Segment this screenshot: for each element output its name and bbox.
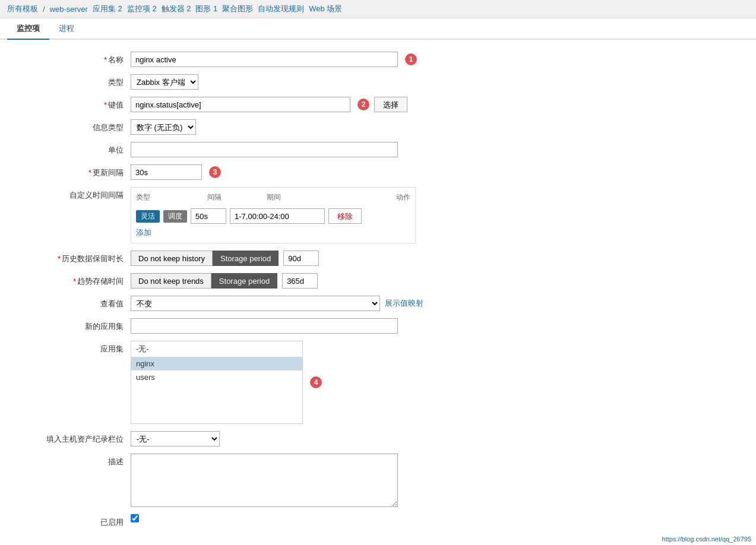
description-field bbox=[131, 454, 732, 507]
add-interval-button[interactable]: 添加 bbox=[136, 227, 151, 238]
key-row: *键值 2 选择 bbox=[24, 97, 732, 112]
description-label: 描述 bbox=[24, 454, 131, 467]
enabled-label: 已启用 bbox=[24, 514, 131, 528]
update-interval-label: *更新间隔 bbox=[24, 164, 131, 178]
new-app-label: 新的应用集 bbox=[24, 318, 131, 332]
unit-row: 单位 bbox=[24, 142, 732, 157]
host-inventory-field: -无- bbox=[131, 431, 732, 446]
info-type-row: 信息类型 数字 (无正负) bbox=[24, 119, 732, 135]
host-inventory-label: 填入主机资产纪录栏位 bbox=[24, 431, 131, 445]
key-label: *键值 bbox=[24, 97, 131, 110]
description-row: 描述 bbox=[24, 454, 732, 507]
trend-no-keep-button[interactable]: Do not keep trends bbox=[131, 273, 211, 289]
unit-input[interactable] bbox=[131, 142, 398, 157]
app-list[interactable]: -无- nginx users bbox=[131, 341, 303, 424]
breadcrumb-aggregate[interactable]: 聚合图形 bbox=[222, 4, 253, 14]
key-select-button[interactable]: 选择 bbox=[374, 97, 407, 112]
breadcrumb-web-scene[interactable]: Web 场景 bbox=[309, 4, 342, 14]
unit-label: 单位 bbox=[24, 142, 131, 156]
breadcrumb-graph[interactable]: 图形 1 bbox=[195, 4, 217, 14]
app-set-row: 应用集 -无- nginx users 4 bbox=[24, 341, 732, 424]
enabled-field bbox=[131, 514, 732, 522]
unit-field bbox=[131, 142, 732, 157]
info-type-field: 数字 (无正负) bbox=[131, 119, 732, 135]
breadcrumb-discovery[interactable]: 自动发现规则 bbox=[258, 4, 304, 14]
tab-bar: 监控项 进程 bbox=[0, 18, 756, 40]
update-interval-field: 3 bbox=[131, 164, 732, 180]
breadcrumb-app-set[interactable]: 应用集 2 bbox=[93, 4, 122, 14]
lookup-mapping-link[interactable]: 展示值映射 bbox=[385, 298, 423, 309]
interval-value-input[interactable] bbox=[191, 208, 226, 224]
host-inventory-row: 填入主机资产纪录栏位 -无- bbox=[24, 431, 732, 446]
trend-field: Do not keep trends Storage period bbox=[131, 273, 732, 289]
custom-interval-field: 类型 间隔 期间 动作 灵活 调度 移除 添加 bbox=[131, 187, 732, 243]
enabled-checkbox[interactable] bbox=[131, 514, 139, 522]
breadcrumb-web-server[interactable]: web-server bbox=[50, 5, 88, 14]
history-field: Do not keep history Storage period bbox=[131, 251, 732, 266]
new-app-input[interactable] bbox=[131, 318, 398, 334]
interval-row: 灵活 调度 移除 bbox=[136, 208, 410, 224]
history-no-keep-button[interactable]: Do not keep history bbox=[131, 251, 213, 266]
custom-interval-label: 自定义时间间隔 bbox=[24, 187, 131, 201]
trend-value-input[interactable] bbox=[282, 273, 318, 289]
history-toggle-group: Do not keep history Storage period bbox=[131, 251, 279, 266]
lookup-field: 不变 展示值映射 bbox=[131, 296, 732, 311]
app-set-label: 应用集 bbox=[24, 341, 131, 354]
step-badge-1: 1 bbox=[405, 53, 417, 65]
type-field: Zabbix 客户端 bbox=[131, 74, 732, 90]
form-container: *名称 1 类型 Zabbix 客户端 *键值 2 选择 信息类型 数字 bbox=[0, 40, 756, 545]
footer: https://blog.csdn.net/qq_26795 bbox=[657, 533, 756, 545]
step-badge-2: 2 bbox=[358, 99, 369, 110]
tab-monitor[interactable]: 监控项 bbox=[7, 18, 49, 40]
badge-flexible: 灵活 bbox=[136, 210, 160, 223]
lookup-label: 查看值 bbox=[24, 296, 131, 309]
app-list-item-none[interactable]: -无- bbox=[131, 341, 302, 357]
history-row: *历史数据保留时长 Do not keep history Storage pe… bbox=[24, 251, 732, 266]
new-app-field bbox=[131, 318, 732, 334]
trend-storage-period-button[interactable]: Storage period bbox=[211, 273, 277, 289]
app-list-item-nginx[interactable]: nginx bbox=[131, 357, 302, 370]
host-inventory-select[interactable]: -无- bbox=[131, 431, 220, 446]
add-interval-row: 添加 bbox=[136, 227, 410, 238]
info-type-label: 信息类型 bbox=[24, 119, 131, 133]
interval-header: 类型 间隔 期间 动作 bbox=[136, 192, 410, 205]
custom-interval-container: 类型 间隔 期间 动作 灵活 调度 移除 添加 bbox=[131, 187, 416, 243]
name-field: 1 bbox=[131, 52, 732, 67]
step-badge-3: 3 bbox=[209, 166, 221, 178]
breadcrumb-trigger[interactable]: 触发器 2 bbox=[162, 4, 191, 14]
interval-col-interval: 间隔 bbox=[207, 192, 267, 202]
history-storage-period-button[interactable]: Storage period bbox=[213, 251, 279, 266]
type-label: 类型 bbox=[24, 74, 131, 88]
breadcrumb-all-templates[interactable]: 所有模板 bbox=[7, 4, 38, 14]
name-row: *名称 1 bbox=[24, 52, 732, 67]
tab-process[interactable]: 进程 bbox=[49, 18, 84, 40]
type-select[interactable]: Zabbix 客户端 bbox=[131, 74, 198, 90]
type-row: 类型 Zabbix 客户端 bbox=[24, 74, 732, 90]
update-interval-row: *更新间隔 3 bbox=[24, 164, 732, 180]
interval-col-action: 动作 bbox=[374, 192, 410, 202]
app-set-field: -无- nginx users 4 bbox=[131, 341, 732, 424]
app-list-item-users[interactable]: users bbox=[131, 370, 302, 384]
custom-interval-row: 自定义时间间隔 类型 间隔 期间 动作 灵活 调度 移除 添加 bbox=[24, 187, 732, 243]
update-interval-input[interactable] bbox=[131, 164, 202, 180]
trend-toggle-group: Do not keep trends Storage period bbox=[131, 273, 277, 289]
breadcrumb-separator: / bbox=[43, 5, 45, 14]
interval-period-input[interactable] bbox=[230, 208, 325, 224]
step-badge-4: 4 bbox=[310, 376, 322, 388]
key-input[interactable] bbox=[131, 97, 350, 112]
new-app-row: 新的应用集 bbox=[24, 318, 732, 334]
history-value-input[interactable] bbox=[283, 251, 319, 266]
interval-col-period: 期间 bbox=[267, 192, 374, 202]
name-input[interactable] bbox=[131, 52, 398, 67]
remove-interval-button[interactable]: 移除 bbox=[328, 208, 362, 224]
breadcrumb-monitor[interactable]: 监控项 2 bbox=[127, 4, 157, 14]
interval-col-type: 类型 bbox=[136, 192, 207, 202]
info-type-select[interactable]: 数字 (无正负) bbox=[131, 119, 196, 135]
lookup-row: 查看值 不变 展示值映射 bbox=[24, 296, 732, 311]
description-textarea[interactable] bbox=[131, 454, 398, 507]
history-label: *历史数据保留时长 bbox=[24, 251, 131, 264]
lookup-select[interactable]: 不变 bbox=[131, 296, 380, 311]
breadcrumb: 所有模板 / web-server 应用集 2 监控项 2 触发器 2 图形 1… bbox=[0, 0, 756, 18]
trend-row: *趋势存储时间 Do not keep trends Storage perio… bbox=[24, 273, 732, 289]
name-label: *名称 bbox=[24, 52, 131, 65]
